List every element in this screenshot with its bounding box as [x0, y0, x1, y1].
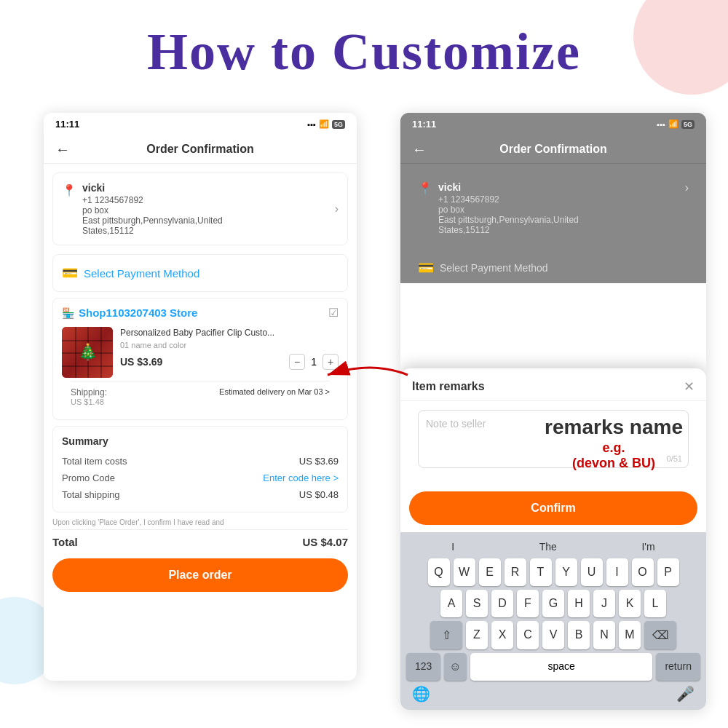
right-address-section: 📍 vicki +1 1234567892 po box East pittsb… [409, 173, 697, 244]
key-numbers[interactable]: 123 [406, 653, 440, 681]
left-payment-label: Select Payment Method [84, 267, 199, 280]
left-product-info: Personalized Baby Pacifier Clip Custo...… [120, 327, 339, 370]
place-order-button[interactable]: Place order [52, 558, 348, 592]
left-total-amount: US $4.07 [302, 536, 348, 548]
left-page-title: Order Confirmation [146, 143, 254, 156]
key-x[interactable]: X [491, 621, 513, 649]
left-total-label: Total [52, 536, 78, 548]
left-shipping-total-row: Total shipping US $0.48 [62, 486, 339, 503]
right-wifi-icon: 📶 [668, 119, 678, 129]
key-v[interactable]: V [542, 621, 564, 649]
key-p[interactable]: P [657, 558, 679, 586]
key-emoji[interactable]: ☺ [444, 653, 466, 681]
key-t[interactable]: T [530, 558, 552, 586]
left-address-phone: +1 1234567892 [82, 195, 335, 205]
key-z[interactable]: Z [466, 621, 488, 649]
key-k[interactable]: K [619, 590, 641, 617]
key-g[interactable]: G [542, 590, 564, 617]
location-icon: 📍 [62, 183, 76, 197]
right-location-icon: 📍 [418, 181, 432, 195]
left-total-items-value: US $3.69 [299, 456, 339, 467]
remarks-modal-title: Item remarks [412, 380, 485, 393]
product-image-inner: 🎄 [62, 327, 113, 378]
signal-icon: ▪▪▪ [307, 120, 316, 129]
key-return[interactable]: return [656, 653, 700, 681]
right-address-inner: 📍 vicki +1 1234567892 po box East pittsb… [418, 181, 689, 235]
key-h[interactable]: H [568, 590, 590, 617]
left-summary-section: Summary Total item costs US $3.69 Promo … [52, 426, 348, 513]
left-address-line2: East pittsburgh,Pennsylvania,United [82, 215, 335, 226]
right-address-name: vicki [438, 181, 685, 193]
left-product-image: 🎄 [62, 327, 113, 378]
key-b[interactable]: B [568, 621, 590, 649]
left-product-price: US $3.69 [120, 356, 162, 368]
key-r[interactable]: R [505, 558, 526, 586]
right-page-title: Order Confirmation [499, 143, 607, 156]
key-space[interactable]: space [470, 653, 653, 681]
key-j[interactable]: J [593, 590, 615, 617]
confirm-button[interactable]: Confirm [409, 491, 697, 525]
remarks-example-label: e.g.(devon & BU) [545, 440, 683, 471]
key-q[interactable]: Q [428, 558, 450, 586]
left-payment-section[interactable]: 💳 Select Payment Method [52, 254, 348, 292]
key-u[interactable]: U [581, 558, 603, 586]
left-shipping-delivery[interactable]: Estimated delivery on Mar 03 > [219, 387, 330, 406]
left-total-row: Total US $4.07 [52, 529, 348, 548]
key-n[interactable]: N [593, 621, 615, 649]
key-m[interactable]: M [619, 621, 641, 649]
suggestion-the[interactable]: The [539, 541, 557, 553]
edit-icon[interactable]: ☑ [328, 306, 339, 320]
key-f[interactable]: F [517, 590, 539, 617]
right-dark-section: 11:11 ▪▪▪ 📶 5G ← Order Confirmation 📍 vi… [400, 113, 706, 283]
left-address-name: vicki [82, 182, 335, 194]
left-phone: 11:11 ▪▪▪ 📶 5G ← Order Confirmation 📍 vi… [44, 113, 357, 681]
key-a[interactable]: A [440, 590, 462, 617]
left-store-name[interactable]: Shop1103207403 Store [79, 306, 197, 319]
key-c[interactable]: C [517, 621, 539, 649]
key-l[interactable]: L [644, 590, 666, 617]
product-emoji: 🎄 [78, 343, 98, 362]
key-e[interactable]: E [479, 558, 501, 586]
left-address-content: vicki +1 1234567892 po box East pittsbur… [82, 182, 335, 236]
keyboard: I The I'm Q W E R T Y U I O P A S D [400, 532, 706, 710]
key-d[interactable]: D [491, 590, 513, 617]
left-shipping-left: Shipping: US $1.48 [71, 387, 107, 406]
left-promo-value[interactable]: Enter code here > [263, 472, 339, 483]
right-payment-icon: 💳 [418, 260, 434, 276]
globe-icon[interactable]: 🌐 [412, 685, 430, 703]
left-promo-row[interactable]: Promo Code Enter code here > [62, 470, 339, 486]
key-o[interactable]: O [632, 558, 654, 586]
key-i[interactable]: I [606, 558, 628, 586]
suggestion-i[interactable]: I [451, 541, 454, 553]
left-store-name-row: 🏪 Shop1103207403 Store [62, 306, 197, 319]
quantity-value: 1 [311, 356, 317, 368]
right-page-header: ← Order Confirmation [400, 135, 706, 164]
right-back-arrow[interactable]: ← [412, 141, 427, 158]
key-s[interactable]: S [466, 590, 488, 617]
right-time: 11:11 [412, 119, 436, 130]
left-store-section: 🏪 Shop1103207403 Store ☑ 🎄 [52, 298, 348, 420]
right-network-badge: 5G [681, 120, 695, 129]
keyboard-row-3: ⇧ Z X C V B N M ⌫ [403, 621, 703, 649]
right-address-line2: East pittsburgh,Pennsylvania,United [438, 215, 685, 225]
left-shipping-row: Shipping: US $1.48 Estimated delivery on… [71, 387, 330, 406]
left-summary-items-row: Total item costs US $3.69 [62, 453, 339, 470]
left-product-price-row: US $3.69 − 1 + [120, 354, 339, 370]
left-disclaimer: Upon clicking 'Place Order', I confirm I… [52, 518, 348, 526]
suggestion-im[interactable]: I'm [641, 541, 654, 553]
decrease-qty-button[interactable]: − [289, 354, 305, 370]
microphone-icon[interactable]: 🎤 [676, 685, 695, 703]
left-address-line1: po box [82, 205, 335, 215]
left-shipping-section: Shipping: US $1.48 Estimated delivery on… [71, 381, 330, 412]
left-shipping-label: Shipping: [71, 387, 107, 397]
left-summary-title: Summary [62, 435, 339, 447]
key-w[interactable]: W [454, 558, 475, 586]
remarks-close-button[interactable]: ✕ [684, 379, 695, 395]
key-shift[interactable]: ⇧ [430, 621, 462, 649]
left-back-arrow[interactable]: ← [55, 141, 70, 158]
key-y[interactable]: Y [555, 558, 577, 586]
left-address-section[interactable]: 📍 vicki +1 1234567892 po box East pittsb… [52, 173, 348, 245]
right-address-line3: States,15112 [438, 225, 685, 235]
key-delete[interactable]: ⌫ [644, 621, 676, 649]
right-status-bar: 11:11 ▪▪▪ 📶 5G [400, 113, 706, 135]
